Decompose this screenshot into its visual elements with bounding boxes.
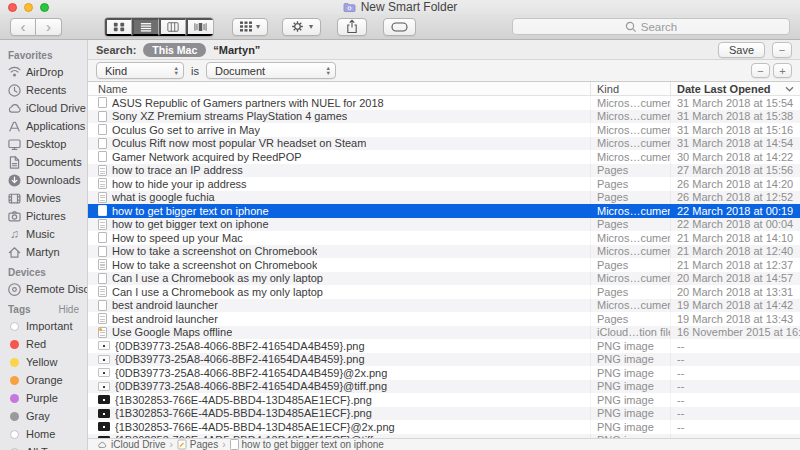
sidebar-item-important[interactable]: Important (0, 317, 87, 335)
file-kind: Micros…cument (590, 110, 670, 124)
file-row[interactable]: Can I use a Chromebook as my only laptop… (88, 272, 800, 286)
file-row[interactable]: {1B302853-766E-4AD5-BBD4-13D485AE1ECF}.p… (88, 407, 800, 421)
file-name: how to get bigger text on iphone (112, 205, 269, 217)
file-row[interactable]: how to trace an IP addressPages27 March … (88, 164, 800, 178)
file-row[interactable]: what is google fuchiaPages26 March 2018 … (88, 191, 800, 205)
column-view-button[interactable] (159, 18, 186, 36)
navigation-buttons: ‹ › (10, 18, 62, 36)
file-row[interactable]: ASUS Republic of Gamers partners with NU… (88, 96, 800, 110)
file-doc-icon (98, 232, 107, 243)
sidebar-item-label: Purple (26, 392, 58, 404)
file-row[interactable]: best android launcherPages19 March 2018 … (88, 312, 800, 326)
file-kind: PNG image (590, 339, 670, 353)
remove-search-button[interactable]: − (772, 42, 792, 58)
icloud-icon (96, 440, 108, 450)
sidebar-item-gray[interactable]: Gray (0, 407, 87, 425)
file-kind: Micros…cument (590, 204, 670, 218)
file-kind: Pages (590, 164, 670, 178)
file-row[interactable]: Oculus Go set to arrive in MayMicros…cum… (88, 123, 800, 137)
remove-rule-button[interactable]: − (751, 63, 770, 78)
file-name-cell: Oculus Go set to arrive in May (88, 124, 590, 136)
filter-value-select[interactable]: Document ▲▼ (206, 62, 336, 79)
search-input[interactable]: Search (512, 18, 790, 35)
file-row[interactable]: {0DB39773-25A8-4066-8BF2-41654DA4B459}.p… (88, 339, 800, 353)
file-name: Can I use a Chromebook as my only laptop (112, 272, 323, 284)
title-bar[interactable]: New Smart Folder (0, 0, 800, 14)
file-row[interactable]: Can I use a Chromebook as my only laptop… (88, 285, 800, 299)
sidebar-item-martyn[interactable]: Martyn (0, 243, 87, 261)
sidebar-item-label: Documents (26, 156, 82, 168)
sidebar-item-red[interactable]: Red (0, 335, 87, 353)
file-row[interactable]: How to speed up your MacMicros…cument21 … (88, 231, 800, 245)
group-by-button[interactable]: ▾ (232, 18, 268, 36)
sidebar-hide-action[interactable]: Hide (58, 304, 79, 315)
file-row[interactable]: how to hide your ip addressPages26 March… (88, 177, 800, 191)
list-view-button[interactable] (132, 18, 159, 36)
file-name: How to take a screenshot on Chromebook (112, 245, 317, 257)
file-row[interactable]: {1B302853-766E-4AD5-BBD4-13D485AE1ECF}.p… (88, 393, 800, 407)
sidebar-item-purple[interactable]: Purple (0, 389, 87, 407)
file-row[interactable]: Gamer Network acquired by ReedPOPMicros…… (88, 150, 800, 164)
forward-button[interactable]: › (36, 18, 62, 36)
search-query-text: “Martyn” (213, 44, 260, 56)
file-doc-icon (98, 151, 107, 162)
sidebar-item-remote-disc[interactable]: Remote Disc (0, 280, 87, 298)
sidebar-item-icloud-drive[interactable]: iCloud Drive (0, 99, 87, 117)
file-kind: Micros…cument (590, 299, 670, 313)
tag-color-dot (10, 412, 19, 421)
file-row[interactable]: How to take a screenshot on ChromebookMi… (88, 245, 800, 259)
share-button[interactable] (337, 18, 367, 36)
sidebar-item-recents[interactable]: Recents (0, 81, 87, 99)
column-header-name[interactable]: Name (88, 83, 590, 95)
tag-icon (391, 21, 408, 33)
file-row[interactable]: {1B302853-766E-4AD5-BBD4-13D485AE1ECF}@2… (88, 420, 800, 434)
file-row[interactable]: Oculus Rift now most popular VR headset … (88, 137, 800, 151)
minimize-button[interactable] (24, 3, 33, 12)
sidebar-item-desktop[interactable]: Desktop (0, 135, 87, 153)
sidebar-item-applications[interactable]: Applications (0, 117, 87, 135)
chevron-down-icon: ▾ (256, 23, 260, 31)
file-row[interactable]: Sony XZ Premium streams PlayStation 4 ga… (88, 110, 800, 124)
filter-attribute-value: Kind (105, 65, 127, 77)
sidebar-item-pictures[interactable]: Pictures (0, 207, 87, 225)
file-row[interactable]: {0DB39773-25A8-4066-8BF2-41654DA4B459}.p… (88, 353, 800, 367)
path-item[interactable]: Pages (177, 439, 218, 450)
file-row[interactable]: How to take a screenshot on ChromebookPa… (88, 258, 800, 272)
file-name-cell: {0DB39773-25A8-4066-8BF2-41654DA4B459}@2… (88, 367, 590, 379)
column-header-kind[interactable]: Kind (590, 82, 670, 95)
file-name-cell: How to speed up your Mac (88, 232, 590, 244)
sidebar-item-movies[interactable]: Movies (0, 189, 87, 207)
scope-this-mac-button[interactable]: This Mac (143, 43, 206, 57)
sidebar-item-downloads[interactable]: Downloads (0, 171, 87, 189)
sidebar-item-yellow[interactable]: Yellow (0, 353, 87, 371)
add-rule-button[interactable]: + (773, 63, 792, 78)
sidebar-item-orange[interactable]: Orange (0, 371, 87, 389)
file-pages-icon (98, 259, 107, 270)
save-button[interactable]: Save (718, 42, 765, 58)
sidebar-item-documents[interactable]: Documents (0, 153, 87, 171)
file-name: Use Google Maps offline (112, 326, 232, 338)
file-name: best android launcher (112, 313, 218, 325)
file-row[interactable]: {0DB39773-25A8-4066-8BF2-41654DA4B459}@2… (88, 366, 800, 380)
icon-view-button[interactable] (105, 18, 132, 36)
tags-button[interactable] (383, 18, 416, 36)
sidebar: FavoritesAirDropRecentsiCloud DriveAppli… (0, 40, 88, 450)
sidebar-item-music[interactable]: ♫Music (0, 225, 87, 243)
back-button[interactable]: ‹ (10, 18, 36, 36)
file-row[interactable]: how to get bigger text on iphonePages22 … (88, 218, 800, 232)
close-button[interactable] (8, 3, 17, 12)
column-header-date-last-opened[interactable]: Date Last Opened (670, 82, 800, 95)
file-row[interactable]: {0DB39773-25A8-4066-8BF2-41654DA4B459}@t… (88, 380, 800, 394)
file-row[interactable]: Use Google Maps offlineiCloud…tion file1… (88, 326, 800, 340)
filter-attribute-select[interactable]: Kind ▲▼ (96, 62, 184, 79)
sidebar-item-home[interactable]: Home (0, 425, 87, 443)
action-menu-button[interactable]: ▾ (282, 18, 321, 36)
path-item[interactable]: how to get bigger text on iphone (230, 439, 384, 450)
path-item[interactable]: iCloud Drive (96, 439, 165, 450)
sidebar-item-airdrop[interactable]: AirDrop (0, 63, 87, 81)
file-row[interactable]: best android launcherMicros…cument19 Mar… (88, 299, 800, 313)
fullscreen-button[interactable] (40, 3, 49, 12)
file-row[interactable]: how to get bigger text on iphoneMicros…c… (88, 204, 800, 218)
sidebar-item-all-tags[interactable]: All Tags... (0, 443, 87, 450)
coverflow-view-button[interactable] (186, 18, 213, 36)
